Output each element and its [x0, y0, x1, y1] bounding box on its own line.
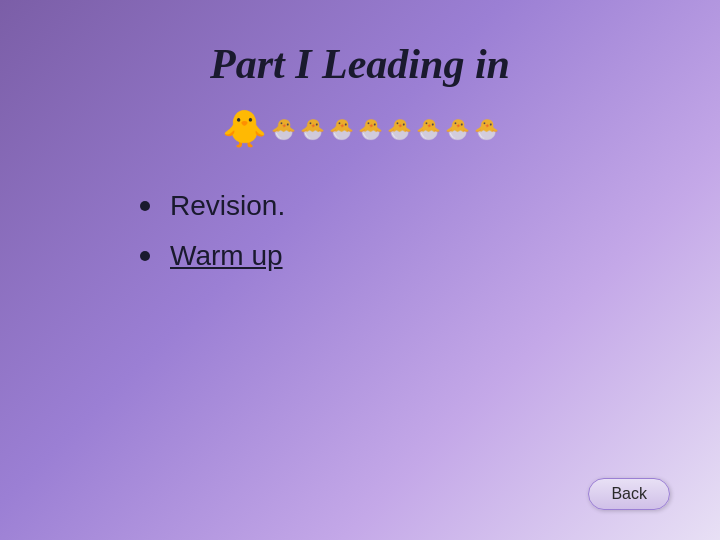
duck-small-icon-2: 🐣 — [300, 117, 325, 141]
back-button[interactable]: Back — [588, 478, 670, 510]
duck-small-icon-7: 🐣 — [445, 117, 470, 141]
duck-small-icon-6: 🐣 — [416, 117, 441, 141]
warm-up-text[interactable]: Warm up — [170, 240, 283, 272]
slide-title: Part I Leading in — [60, 40, 660, 88]
duck-small-icon-5: 🐣 — [387, 117, 412, 141]
duck-large-icon: 🐥 — [222, 108, 267, 150]
duck-small-icon-4: 🐣 — [358, 117, 383, 141]
duck-small-icon-1: 🐣 — [271, 117, 296, 141]
bullet-icon — [140, 251, 150, 261]
bullet-list: Revision. Warm up — [140, 190, 660, 272]
slide-container: Part I Leading in 🐥 🐣 🐣 🐣 🐣 🐣 🐣 🐣 🐣 Revi… — [0, 0, 720, 540]
revision-text: Revision. — [170, 190, 285, 222]
list-item: Warm up — [140, 240, 660, 272]
duck-small-icon-3: 🐣 — [329, 117, 354, 141]
duck-small-icon-8: 🐣 — [474, 117, 499, 141]
duck-decoration: 🐥 🐣 🐣 🐣 🐣 🐣 🐣 🐣 🐣 — [60, 108, 660, 150]
list-item: Revision. — [140, 190, 660, 222]
bullet-icon — [140, 201, 150, 211]
